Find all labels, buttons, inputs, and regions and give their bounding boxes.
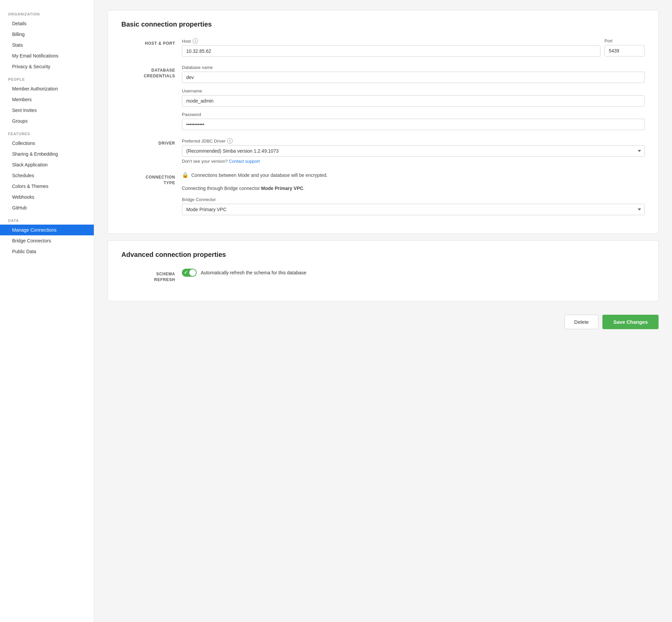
sidebar-item-bridge-connectors[interactable]: Bridge Connectors [0,235,94,246]
host-input[interactable] [182,45,600,57]
sidebar-item-webhooks[interactable]: Webhooks [0,192,94,202]
sidebar-item-manage-connections[interactable]: Manage Connections [0,224,94,235]
db-credentials-row: DATABASE CREDENTIALS Database name Usern… [121,65,645,130]
sidebar-item-colors-themes[interactable]: Colors & Themes [0,181,94,192]
sidebar-item-billing[interactable]: Billing [0,29,94,40]
sidebar-item-sent-invites[interactable]: Sent Invites [0,105,94,116]
schema-refresh-fields: ✓ Automatically refresh the schema for t… [182,269,645,277]
host-port-label: HOST & PORT [121,38,175,46]
schema-refresh-row: SCHEMA REFRESH ✓ Automatically refresh t… [121,269,645,283]
schema-refresh-label: SCHEMA REFRESH [121,269,175,283]
footer-actions: Delete Save Changes [108,308,659,333]
sidebar-section-people: PEOPLE [0,72,94,83]
sidebar-section-data: DATA [0,213,94,224]
connection-type-row: CONNECTION TYPE 🔒 Connections between Mo… [121,172,645,215]
save-button[interactable]: Save Changes [602,315,659,329]
sidebar-item-privacy-security[interactable]: Privacy & Security [0,61,94,72]
driver-select[interactable]: (Recommended) Simba version 1.2.49.1073 [182,145,645,157]
driver-helper-text: Don't see your version? Contact support [182,159,645,164]
sidebar-section-organization: ORGANIZATION [0,7,94,18]
main-content: Basic connection properties HOST & PORT … [94,0,672,622]
port-label: Port [604,38,645,43]
sidebar-item-collections[interactable]: Collections [0,138,94,149]
preferred-jdbc-label: Preferred JDBC Driver i [182,138,645,144]
driver-label: DRIVER [121,138,175,146]
sidebar-item-details[interactable]: Details [0,18,94,29]
password-label: Password [182,112,645,117]
sidebar-item-stats[interactable]: Stats [0,40,94,50]
sidebar-item-public-data[interactable]: Public Data [0,246,94,257]
advanced-section-title: Advanced connection properties [121,251,645,258]
host-port-fields: Host i Port [182,38,645,57]
username-input[interactable] [182,95,645,107]
connection-type-fields: 🔒 Connections between Mode and your data… [182,172,645,215]
bridge-connector-select[interactable]: Mode Primary VPC [182,204,645,215]
schema-refresh-toggle-container: ✓ Automatically refresh the schema for t… [182,269,645,277]
sidebar-item-slack-application[interactable]: Slack Application [0,159,94,170]
password-block: Password [182,112,645,130]
bridge-name: Mode Primary VPC [261,185,303,191]
sidebar-section-features: FEATURES [0,127,94,138]
sidebar-item-schedules[interactable]: Schedules [0,170,94,181]
basic-properties-card: Basic connection properties HOST & PORT … [108,10,659,234]
db-name-label: Database name [182,65,645,70]
port-field-block: Port [604,38,645,57]
db-credentials-label: DATABASE CREDENTIALS [121,65,175,79]
driver-row: DRIVER Preferred JDBC Driver i (Recommen… [121,138,645,164]
driver-fields: Preferred JDBC Driver i (Recommended) Si… [182,138,645,164]
db-name-block: Database name [182,65,645,83]
bridge-info: Connecting through Bridge connector Mode… [182,182,645,193]
connection-type-section: 🔒 Connections between Mode and your data… [182,172,645,215]
encryption-row: 🔒 Connections between Mode and your data… [182,172,645,178]
port-input[interactable] [604,45,645,57]
toggle-track: ✓ [182,269,197,277]
sidebar-item-groups[interactable]: Groups [0,116,94,127]
sidebar-item-email-notifications[interactable]: My Email Notifications [0,50,94,61]
lock-icon: 🔒 [182,172,188,178]
jdbc-info-icon: i [227,138,233,144]
connection-type-label: CONNECTION TYPE [121,172,175,186]
sidebar-item-github[interactable]: GitHub [0,202,94,213]
bridge-connector-block: Bridge Connector Mode Primary VPC [182,197,645,215]
db-name-input[interactable] [182,72,645,83]
bridge-connector-label: Bridge Connector [182,197,645,202]
username-block: Username [182,89,645,107]
advanced-properties-card: Advanced connection properties SCHEMA RE… [108,240,659,301]
sidebar: ORGANIZATIONDetailsBillingStatsMy Email … [0,0,94,622]
host-field-block: Host i [182,38,600,57]
username-label: Username [182,89,645,94]
db-credentials-fields: Database name Username Password [182,65,645,130]
toggle-check-icon: ✓ [184,270,187,275]
host-info-icon: i [192,38,198,44]
sidebar-item-members[interactable]: Members [0,94,94,105]
schema-refresh-text: Automatically refresh the schema for thi… [201,270,306,275]
delete-button[interactable]: Delete [564,315,598,329]
contact-support-link[interactable]: Contact support [229,159,260,164]
host-port-group: Host i Port [182,38,645,57]
host-label: Host i [182,38,600,44]
host-port-row: HOST & PORT Host i Port [121,38,645,57]
toggle-thumb [189,269,196,276]
password-input[interactable] [182,119,645,130]
basic-section-title: Basic connection properties [121,21,645,28]
sidebar-item-member-authorization[interactable]: Member Authorization [0,83,94,94]
schema-refresh-toggle[interactable]: ✓ [182,269,197,277]
sidebar-item-sharing-embedding[interactable]: Sharing & Embedding [0,149,94,159]
